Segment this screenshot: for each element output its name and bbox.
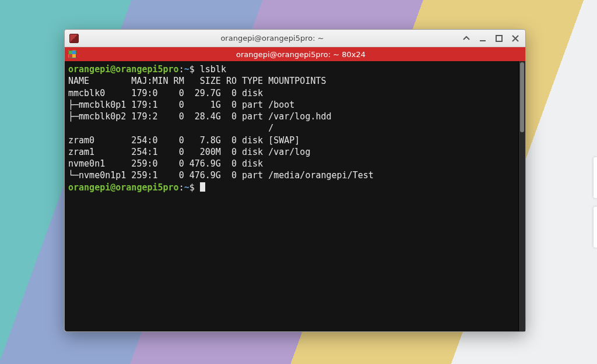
terminal-output[interactable]: orangepi@orangepi5pro:~$ lsblk NAME MAJ:… <box>65 61 518 331</box>
prompt-colon: : <box>179 182 184 193</box>
lsblk-row: mmcblk0 179:0 0 29.7G 0 disk <box>68 88 268 98</box>
prompt-path: ~ <box>184 64 189 75</box>
tab-session-icon <box>68 50 76 58</box>
lsblk-row: nvme0n1 259:0 0 476.9G 0 disk <box>68 158 268 169</box>
lsblk-row: ├─mmcblk0p2 179:2 0 28.4G 0 part /var/lo… <box>68 111 332 122</box>
terminal-tabbar: orangepi@orangepi5pro: ~ 80x24 <box>65 47 525 61</box>
terminal-window: orangepi@orangepi5pro: ~ orangepi@orange… <box>64 29 526 332</box>
svg-rect-0 <box>496 36 502 41</box>
prompt-user-host: orangepi@orangepi5pro <box>68 64 179 75</box>
lsblk-row: / <box>68 123 273 133</box>
desktop-background: orangepi@orangepi5pro: ~ orangepi@orange… <box>0 0 597 364</box>
close-button[interactable] <box>510 33 521 44</box>
prompt-user-host: orangepi@orangepi5pro <box>68 182 179 193</box>
window-title: orangepi@orangepi5pro: ~ <box>83 34 461 42</box>
desktop-edge-indicator <box>594 207 597 248</box>
rollup-button[interactable] <box>461 33 472 44</box>
lsblk-row: ├─mmcblk0p1 179:1 0 1G 0 part /boot <box>68 100 294 110</box>
lsblk-row: zram1 254:1 0 200M 0 disk /var/log <box>68 147 310 157</box>
lsblk-row: zram0 254:0 0 7.8G 0 disk [SWAP] <box>68 135 300 146</box>
terminal-app-icon <box>69 34 79 43</box>
maximize-button[interactable] <box>494 33 504 44</box>
prompt-path: ~ <box>184 182 189 193</box>
lsblk-row: └─nvme0n1p1 259:1 0 476.9G 0 part /media… <box>68 170 374 181</box>
tab-title[interactable]: orangepi@orangepi5pro: ~ 80x24 <box>80 51 522 58</box>
terminal-client-area: orangepi@orangepi5pro:~$ lsblk NAME MAJ:… <box>65 61 525 331</box>
prompt-colon: : <box>179 64 184 75</box>
minimize-button[interactable] <box>477 33 488 44</box>
lsblk-header: NAME MAJ:MIN RM SIZE RO TYPE MOUNTPOINTS <box>68 76 326 86</box>
desktop-edge-indicator <box>594 157 597 198</box>
prompt-symbol: $ <box>189 182 195 193</box>
terminal-cursor <box>200 182 205 192</box>
terminal-scrollbar[interactable] <box>518 61 525 331</box>
prompt-symbol: $ <box>189 64 195 75</box>
scrollbar-thumb[interactable] <box>520 62 524 132</box>
command-text: lsblk <box>200 64 226 75</box>
window-titlebar[interactable]: orangepi@orangepi5pro: ~ <box>65 30 525 47</box>
window-controls <box>461 33 521 44</box>
